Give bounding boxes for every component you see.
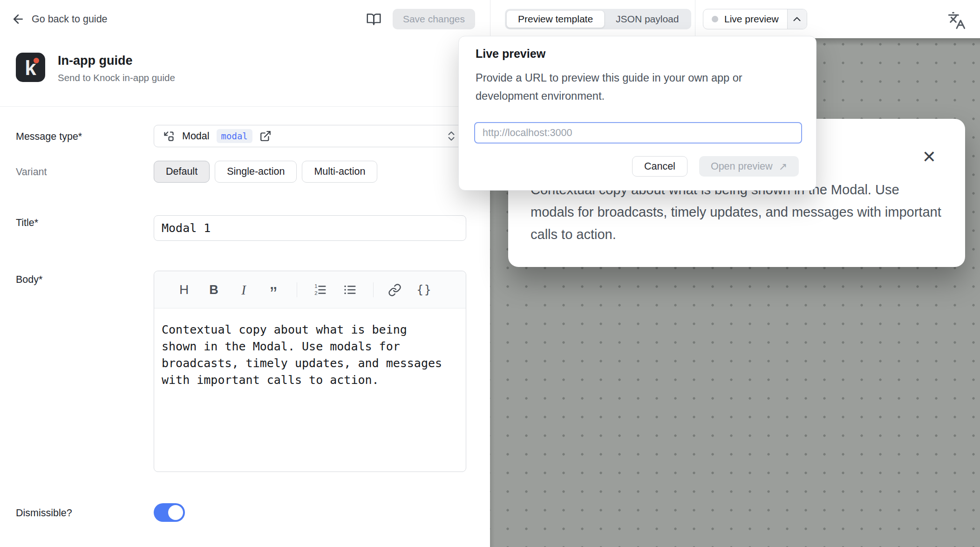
svg-text:1: 1: [314, 283, 317, 289]
top-header: Go back to guide Save changes Preview te…: [0, 0, 980, 38]
preview-url-input[interactable]: [474, 122, 802, 144]
book-open-icon[interactable]: [366, 12, 381, 27]
open-preview-label: Open preview: [711, 161, 773, 172]
page-title: In-app guide: [58, 54, 175, 68]
body-text: Contextual copy about what is being show…: [162, 321, 447, 389]
toggle-knob: [168, 505, 183, 520]
live-preview-collapse-button[interactable]: [787, 9, 807, 29]
header-divider-2: [695, 0, 695, 38]
dismissible-toggle[interactable]: [154, 503, 185, 522]
title-label: Title*: [16, 217, 38, 229]
variant-multi-action-button[interactable]: Multi-action: [302, 161, 377, 183]
blockquote-icon[interactable]: ”: [263, 280, 284, 300]
cancel-button[interactable]: Cancel: [632, 156, 687, 177]
status-dot-icon: [712, 16, 718, 22]
ordered-list-icon[interactable]: 12: [310, 280, 330, 300]
app-root: Go back to guide Save changes Preview te…: [0, 0, 980, 547]
guide-titles: In-app guide Send to Knock in-app guide: [58, 53, 175, 83]
popover-description: Provide a URL to preview this guide in y…: [476, 69, 781, 105]
back-to-guide-label: Go back to guide: [32, 14, 108, 25]
body-label: Body*: [16, 274, 42, 286]
header-divider: [490, 0, 490, 38]
message-type-value: Modal: [182, 130, 210, 142]
arrow-up-right-icon: ↗: [779, 161, 787, 172]
live-preview-button-group: Live preview: [703, 9, 807, 29]
back-to-guide-link[interactable]: Go back to guide: [11, 12, 108, 26]
arrow-left-icon: [11, 12, 25, 26]
message-type-label: Message type*: [16, 131, 82, 143]
external-link-icon[interactable]: [259, 130, 272, 142]
bullet-list-icon[interactable]: [340, 280, 360, 300]
popover-title: Live preview: [476, 47, 545, 61]
body-editor-content[interactable]: Contextual copy about what is being show…: [154, 308, 454, 389]
preview-mode-tabs: Preview template JSON payload: [505, 9, 691, 29]
save-changes-button[interactable]: Save changes: [393, 9, 475, 29]
chevrons-up-down-icon: [445, 130, 457, 142]
open-preview-button[interactable]: Open preview ↗: [699, 156, 799, 177]
translate-icon[interactable]: [947, 11, 966, 30]
message-type-key-badge: modal: [217, 129, 252, 143]
popover-actions: Cancel Open preview ↗: [632, 156, 799, 177]
knock-logo-dot: [34, 58, 39, 63]
knock-logo: k: [16, 53, 45, 82]
variant-label: Variant: [16, 166, 47, 178]
tab-json-payload[interactable]: JSON payload: [605, 10, 690, 28]
svg-text:2: 2: [314, 290, 317, 296]
live-preview-button[interactable]: Live preview: [703, 9, 787, 29]
link-icon[interactable]: [384, 280, 405, 300]
live-preview-label: Live preview: [724, 14, 779, 25]
live-preview-popover: Live preview Provide a URL to preview th…: [458, 36, 817, 191]
bold-icon[interactable]: B: [204, 280, 224, 300]
message-type-select[interactable]: Modal modal: [154, 125, 466, 147]
variant-default-button[interactable]: Default: [154, 161, 210, 183]
title-input[interactable]: [154, 215, 466, 241]
page-subtitle: Send to Knock in-app guide: [58, 72, 175, 83]
editor-toolbar: H B I ” 12 {}: [154, 271, 466, 308]
guide-header: k In-app guide Send to Knock in-app guid…: [16, 53, 175, 83]
close-icon[interactable]: ✕: [922, 149, 936, 165]
variables-icon[interactable]: {}: [414, 280, 435, 300]
italic-icon[interactable]: I: [233, 280, 254, 300]
variant-options: Default Single-action Multi-action: [154, 161, 377, 183]
heading-icon[interactable]: H: [174, 280, 194, 300]
chevron-up-icon: [791, 13, 803, 25]
body-editor: H B I ” 12 {} Contextual copy about what…: [154, 271, 466, 472]
modal-type-icon: [163, 130, 175, 143]
section-divider: [0, 106, 490, 107]
tab-preview-template[interactable]: Preview template: [506, 10, 605, 28]
variant-single-action-button[interactable]: Single-action: [215, 161, 297, 183]
dismissible-label: Dismissible?: [16, 507, 72, 519]
toolbar-divider: [297, 282, 297, 297]
toolbar-divider: [373, 282, 374, 297]
